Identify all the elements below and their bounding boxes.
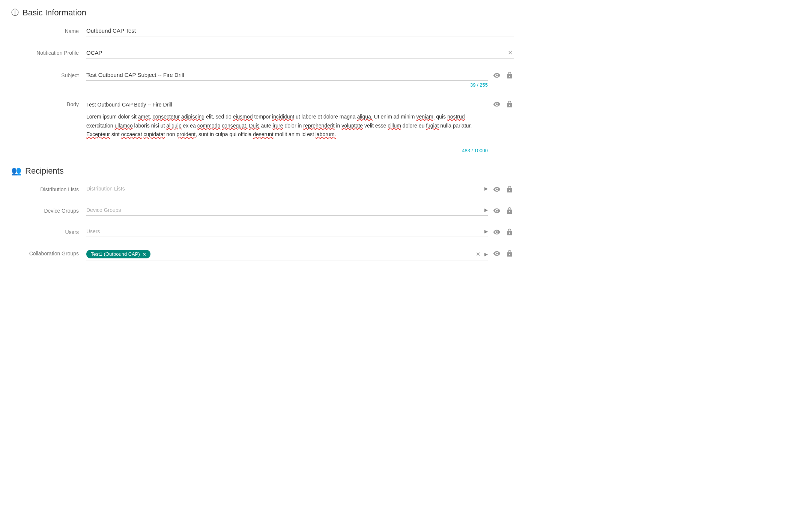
body-field-wrapper: Test Outbound CAP Body -- Fire Drill Lor… — [86, 98, 514, 153]
device-groups-eye-icon — [493, 207, 501, 214]
users-lock-icon — [506, 228, 513, 236]
subject-input[interactable] — [86, 69, 488, 81]
notif-profile-wrapper: OCAP ✕ — [86, 47, 514, 59]
recipients-icon: 👥 — [11, 166, 21, 176]
subject-row: Subject 39 / 255 — [11, 69, 514, 89]
chip-label: Test1 (Outbound CAP) — [91, 251, 140, 257]
subject-char-count: 39 / 255 — [86, 82, 488, 88]
body-lock-icon — [506, 100, 513, 108]
recipients-section: 👥 Recipients Distribution Lists Distribu… — [11, 166, 514, 262]
notification-profile-row: Notification Profile OCAP ✕ — [11, 47, 514, 60]
users-arrow-icon[interactable]: ▶ — [484, 229, 488, 234]
notif-profile-clear-button[interactable]: ✕ — [506, 49, 514, 56]
subject-label: Subject — [11, 69, 86, 78]
distribution-lists-lock-icon — [506, 186, 513, 193]
distribution-lists-value: Distribution Lists — [86, 186, 484, 192]
subject-eye-button[interactable] — [492, 71, 501, 80]
distribution-lists-dropdown[interactable]: Distribution Lists ▶ — [86, 183, 488, 194]
distribution-lists-eye-icon — [493, 186, 501, 193]
collaboration-groups-chip: Test1 (Outbound CAP) ✕ — [86, 250, 150, 258]
users-eye-button[interactable] — [492, 228, 501, 237]
subject-lock-button[interactable] — [505, 71, 514, 80]
subject-lock-icon — [506, 72, 513, 79]
collaboration-groups-eye-icon — [493, 250, 501, 257]
device-groups-row: Device Groups Device Groups ▶ — [11, 205, 514, 217]
device-groups-wrapper: Device Groups ▶ — [86, 205, 514, 216]
distribution-lists-label: Distribution Lists — [11, 183, 86, 192]
distribution-lists-actions — [492, 183, 514, 194]
recipients-header: 👥 Recipients — [11, 166, 514, 176]
info-icon: ⓘ — [11, 8, 19, 18]
device-groups-actions — [492, 205, 514, 215]
notification-profile-label: Notification Profile — [11, 47, 86, 56]
distribution-lists-row: Distribution Lists Distribution Lists ▶ — [11, 183, 514, 196]
users-wrapper: Users ▶ — [86, 226, 514, 237]
chip-remove-button[interactable]: ✕ — [142, 252, 147, 257]
body-field-container: Test Outbound CAP Body -- Fire Drill Lor… — [86, 98, 488, 153]
distribution-lists-lock-button[interactable] — [505, 185, 514, 194]
device-groups-dropdown[interactable]: Device Groups ▶ — [86, 205, 488, 216]
subject-field-container: 39 / 255 — [86, 69, 488, 88]
device-groups-field-container: Device Groups ▶ — [86, 205, 488, 216]
collaboration-groups-lock-button[interactable] — [505, 249, 514, 258]
collaboration-groups-field-container: Test1 (Outbound CAP) ✕ ✕ ▶ — [86, 248, 488, 261]
users-actions — [492, 226, 514, 237]
distribution-lists-wrapper: Distribution Lists ▶ — [86, 183, 514, 194]
name-row: Name — [11, 25, 514, 38]
basic-info-header: ⓘ Basic Information — [11, 8, 514, 18]
body-text-display[interactable]: Test Outbound CAP Body -- Fire Drill Lor… — [86, 98, 488, 146]
name-input[interactable] — [86, 25, 514, 36]
notification-profile-field-container: OCAP ✕ — [86, 47, 514, 59]
notif-profile-value: OCAP — [86, 50, 506, 56]
basic-info-title: Basic Information — [23, 8, 86, 18]
body-eye-icon — [493, 100, 501, 108]
collab-internal-actions: ✕ ▶ — [476, 251, 488, 258]
users-dropdown[interactable]: Users ▶ — [86, 226, 488, 237]
collaboration-groups-dropdown[interactable]: Test1 (Outbound CAP) ✕ ✕ ▶ — [86, 248, 488, 261]
users-eye-icon — [493, 228, 501, 236]
users-lock-button[interactable] — [505, 228, 514, 237]
body-row: Body Test Outbound CAP Body -- Fire Dril… — [11, 98, 514, 155]
device-groups-label: Device Groups — [11, 205, 86, 214]
collaboration-groups-label: Collaboration Groups — [11, 248, 86, 256]
distribution-lists-arrow-icon[interactable]: ▶ — [484, 186, 488, 191]
subject-field-wrapper: 39 / 255 — [86, 69, 514, 88]
users-value: Users — [86, 228, 484, 234]
collab-clear-button[interactable]: ✕ — [476, 251, 481, 258]
device-groups-lock-icon — [506, 207, 513, 214]
name-label: Name — [11, 25, 86, 34]
distribution-lists-field-container: Distribution Lists ▶ — [86, 183, 488, 194]
device-groups-lock-button[interactable] — [505, 206, 514, 215]
users-row: Users Users ▶ — [11, 226, 514, 238]
users-field-container: Users ▶ — [86, 226, 488, 237]
recipients-title: Recipients — [25, 166, 64, 176]
body-eye-button[interactable] — [492, 100, 501, 109]
device-groups-eye-button[interactable] — [492, 206, 501, 215]
body-lorem-text: Lorem ipsum dolor sit amet, consectetur … — [86, 112, 488, 139]
users-label: Users — [11, 226, 86, 235]
body-label: Body — [11, 98, 86, 107]
body-char-count: 483 / 10000 — [86, 148, 488, 153]
collaboration-groups-lock-icon — [506, 250, 513, 257]
collaboration-groups-eye-button[interactable] — [492, 249, 501, 258]
body-lock-button[interactable] — [505, 100, 514, 109]
device-groups-value: Device Groups — [86, 207, 484, 213]
collaboration-groups-row: Collaboration Groups Test1 (Outbound CAP… — [11, 248, 514, 262]
subject-actions — [492, 69, 514, 80]
collab-arrow-icon[interactable]: ▶ — [484, 252, 488, 257]
collaboration-groups-wrapper: Test1 (Outbound CAP) ✕ ✕ ▶ — [86, 248, 514, 261]
device-groups-arrow-icon[interactable]: ▶ — [484, 207, 488, 213]
distribution-lists-eye-button[interactable] — [492, 185, 501, 194]
body-first-line: Test Outbound CAP Body -- Fire Drill — [86, 100, 488, 110]
subject-eye-icon — [493, 72, 501, 79]
collaboration-groups-actions — [492, 248, 514, 258]
name-field-container — [86, 25, 514, 36]
body-actions — [492, 98, 514, 109]
